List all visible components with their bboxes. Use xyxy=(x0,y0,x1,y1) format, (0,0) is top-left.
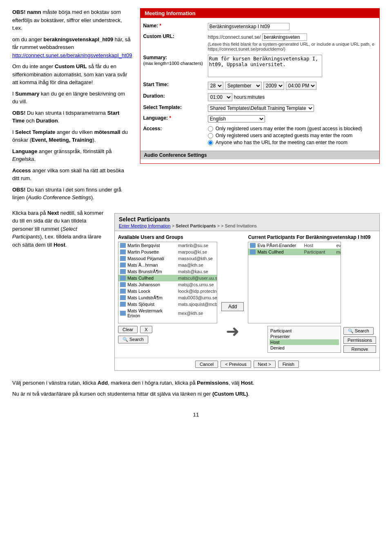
user-icon-4 xyxy=(120,263,126,267)
permissions-panel: Participant Presenter Host xyxy=(267,326,341,353)
available-user-list[interactable]: Martin Bergqvist martinb@su.se Martin Po… xyxy=(118,242,217,323)
cp-role-1: Host xyxy=(304,243,334,248)
previous-button[interactable]: < Previous xyxy=(220,361,251,368)
access-field-cell: Only registered users may enter the room… xyxy=(205,124,379,148)
perm-host-label: Host xyxy=(270,340,280,345)
summary-textarea[interactable]: Rum för kursen Beräkningsvetenskap I, ht… xyxy=(208,55,322,77)
permissions-button[interactable]: Permissions xyxy=(343,336,376,344)
available-user-mats-j[interactable]: Mats Johansson matsj@cs.umu.se xyxy=(118,281,217,288)
user-email-11: mex@kth.se xyxy=(178,311,203,316)
perm-denied-label: Denied xyxy=(270,345,285,350)
perm-participant-label: Participant xyxy=(270,328,292,333)
select-template-field-cell: Shared Templates\Default Training Templa… xyxy=(205,103,379,114)
close-button[interactable]: X xyxy=(140,326,152,333)
user-icon-6 xyxy=(120,276,126,281)
url-hint: (Leave this field blank for a system-gen… xyxy=(208,42,377,51)
duration-unit-label: hours:minutes xyxy=(234,94,265,100)
instruction-6: I Select Template anger du vilken mötesm… xyxy=(12,128,132,144)
language-label: Language: * xyxy=(140,114,205,124)
sp-header: Select Participants Enter Meeting Inform… xyxy=(115,214,379,231)
available-user-mats-a[interactable]: Mats Å...hrman maa@kth.se xyxy=(118,262,217,268)
instruction-5: OBS! Du kan strunta i tidsparametrarna S… xyxy=(12,109,132,125)
user-icon-7 xyxy=(120,282,126,287)
start-ampm-select[interactable]: 04:00 PM xyxy=(286,82,316,90)
access-radio-1[interactable] xyxy=(208,126,213,131)
available-user-mats-l[interactable]: Mats LundstrÅ¶m malu0003@umu.se xyxy=(118,294,217,301)
perm-participant[interactable]: Participant xyxy=(270,328,339,334)
name-label: Name: * xyxy=(140,21,205,32)
current-participants-list[interactable]: Eva PÃ¤rt-Enander Host evapena@user.uu.s… xyxy=(248,242,341,323)
duration-row: Duration: 01:00 hours:minutes xyxy=(140,91,379,103)
breadcrumb-enter[interactable]: Enter Meeting Information xyxy=(119,223,171,228)
search-left-button[interactable]: 🔍 Search xyxy=(118,336,148,343)
current-participant-mats[interactable]: Mats Cullhed Participant matscull@user.u… xyxy=(248,249,341,255)
available-user-martin-p[interactable]: Martin Pousette marpou@ki.se xyxy=(118,249,217,255)
duration-select[interactable]: 01:00 xyxy=(208,93,232,101)
search-right-button[interactable]: 🔍 Search xyxy=(343,327,374,335)
available-user-mats-loock[interactable]: Mats Loock loock@idp.protectnetwork.or xyxy=(118,288,217,294)
summary-field-cell: Rum för kursen Beräkningsvetenskap I, ht… xyxy=(205,53,379,80)
perm-denied[interactable]: Denied xyxy=(270,345,339,351)
url-prefix: https://connect.sunet.se/ xyxy=(208,34,261,40)
name-row: Name: * xyxy=(140,21,379,32)
perm-host[interactable]: Host xyxy=(270,339,339,345)
access-radio-3[interactable] xyxy=(208,140,213,145)
available-user-massoud[interactable]: Massoud Pirjamali massoud@kth.se xyxy=(118,255,217,262)
cp-email-1: evapena@user.uu.se xyxy=(336,243,341,248)
next-button[interactable]: Next > xyxy=(254,361,276,368)
cp-name-2: Mats Cullhed xyxy=(257,249,302,254)
user-email-9: malu0003@umu.se xyxy=(178,295,217,300)
current-participant-eva[interactable]: Eva PÃ¤rt-Enander Host evapena@user.uu.s… xyxy=(248,242,341,249)
instruction-7: Language anger gränsspråk, förinställt p… xyxy=(12,147,132,163)
select-template-select[interactable]: Shared Templates\Default Training Templa… xyxy=(208,105,314,112)
sp-left-buttons: Clear X xyxy=(118,326,217,333)
search-right-container: 🔍 Search xyxy=(343,327,376,335)
finish-button[interactable]: Finish xyxy=(278,361,299,368)
user-name-3: Massoud Pirjamali xyxy=(127,256,176,261)
name-input[interactable] xyxy=(208,23,290,30)
user-name-8: Mats Loock xyxy=(127,289,176,294)
cp-email-2: matscull@user.uu.se xyxy=(336,249,341,254)
user-name-7: Mats Johansson xyxy=(127,282,176,287)
perm-presenter[interactable]: Presenter xyxy=(270,334,339,339)
user-email-4: maa@kth.se xyxy=(178,263,203,267)
available-user-mats-b[interactable]: Mats BrunstrÅ¶m matsb@kau.se xyxy=(118,268,217,275)
available-user-mats-cullhed[interactable]: Mats Cullhed matscull@user.uu.se xyxy=(118,275,217,281)
meeting-info-box: Meeting Information Name: * C xyxy=(140,8,380,164)
start-year-select[interactable]: 2009 xyxy=(263,82,284,90)
clear-button[interactable]: Clear xyxy=(118,326,138,333)
page-content: OBS! namn måste börja med en bokstav som… xyxy=(12,8,380,418)
access-radio-2[interactable] xyxy=(208,133,213,138)
left-instructions: OBS! namn måste börja med en bokstav som… xyxy=(12,8,132,205)
available-user-mats-sj[interactable]: Mats Sjöquist mats.sjoquist@mcb.uu.se xyxy=(118,301,217,307)
user-icon-8 xyxy=(120,289,126,294)
cancel-button[interactable]: Cancel xyxy=(195,361,218,368)
available-user-mats-w[interactable]: Mats Westermark Erixon mex@kth.se xyxy=(118,307,217,319)
access-option-1: Only registered users may enter the room… xyxy=(208,126,377,131)
breadcrumb-sep-1: > xyxy=(172,223,176,228)
start-day-select[interactable]: 28 xyxy=(208,82,223,90)
left-instructions-2: Klicka bara på Next nedtill, så kommer d… xyxy=(12,209,106,252)
user-icon-1 xyxy=(120,243,126,248)
remove-button[interactable]: Remove xyxy=(343,345,376,353)
user-icon-5 xyxy=(120,269,126,274)
search-right-label: Search xyxy=(355,328,369,333)
language-field-cell: English xyxy=(205,114,379,124)
available-user-martin-b[interactable]: Martin Bergqvist martinb@su.se xyxy=(118,242,217,249)
main-section: OBS! namn måste börja med en bokstav som… xyxy=(12,8,380,205)
language-select[interactable]: English xyxy=(208,115,265,122)
audio-conf-bar: Audio Conference Settings xyxy=(140,151,379,159)
name-required: * xyxy=(159,23,161,29)
access-row: Access: Only registered users may enter … xyxy=(140,124,379,148)
name-field-cell xyxy=(205,21,379,32)
duration-label: Duration: xyxy=(140,91,205,103)
access-label: Access: xyxy=(140,124,205,148)
user-icon-10 xyxy=(120,302,126,307)
instruction-8: Access anger vilka som skall ha rätt att… xyxy=(12,167,132,183)
custom-url-field-cell: https://connect.sunet.se/ (Leave this fi… xyxy=(205,32,379,53)
start-month-select[interactable]: September xyxy=(225,82,262,90)
user-name-4: Mats Å...hrman xyxy=(127,263,176,267)
url-suffix-input[interactable] xyxy=(262,33,307,41)
add-button[interactable]: Add xyxy=(221,302,244,311)
meeting-info-form: Name: * Custom URL: https://connect.sune… xyxy=(140,21,379,148)
